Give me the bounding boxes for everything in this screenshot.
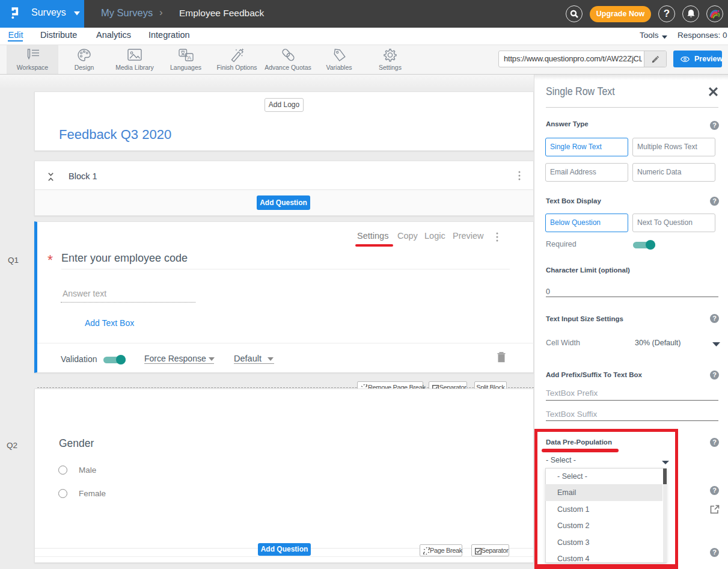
- svg-text:A: A: [188, 54, 192, 61]
